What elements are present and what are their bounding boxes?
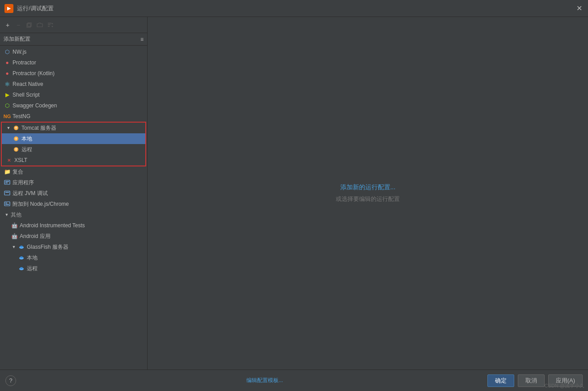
glassfish-server-label: GlassFish 服务器 — [27, 243, 68, 251]
svg-rect-0 — [27, 24, 30, 27]
nwjs-label: NW.js — [13, 49, 26, 55]
list-item-glassfish-server[interactable]: ▼ GlassFish 服务器 — [0, 242, 147, 252]
list-item-glassfish-local[interactable]: 本地 — [0, 252, 147, 263]
glassfish-remote-label: 远程 — [27, 265, 38, 272]
red-border-group: ▼ T Tomcat 服务器 — [1, 122, 146, 166]
app-icon-tree — [4, 179, 11, 186]
list-item-remote-jvm[interactable]: 远程 JVM 调试 — [0, 188, 147, 199]
list-item-other[interactable]: ▼ 其他 — [0, 209, 147, 220]
svg-rect-1 — [28, 23, 31, 26]
android-app-label: Android 应用 — [20, 233, 51, 240]
list-item-protractor-kotlin[interactable]: ● Protractor (Kotlin) — [0, 68, 147, 79]
tomcat-remote-label: 远程 — [21, 146, 32, 153]
svg-text:T: T — [15, 148, 17, 152]
android-app-icon: 🤖 — [11, 233, 18, 240]
svg-rect-14 — [4, 191, 10, 195]
add-config-button[interactable]: + — [3, 20, 13, 30]
svg-rect-15 — [5, 192, 9, 193]
glassfish-icon — [18, 243, 25, 251]
bottom-bar: ? 编辑配置模板... 确定 取消 应用(A) — [0, 370, 588, 391]
tomcat-expand-icon: ▼ — [5, 125, 12, 131]
list-item-android-app[interactable]: 🤖 Android 应用 — [0, 231, 147, 242]
tomcat-server-label: Tomcat 服务器 — [21, 124, 56, 132]
close-button[interactable]: ✕ — [575, 4, 584, 13]
list-item-tomcat-server[interactable]: ▼ T Tomcat 服务器 — [2, 123, 145, 133]
shell-script-icon: ▶ — [4, 91, 11, 98]
shell-script-label: Shell Script — [13, 92, 40, 98]
testng-label: TestNG — [13, 113, 30, 119]
list-item-glassfish-remote[interactable]: 远程 — [0, 263, 147, 274]
svg-rect-16 — [4, 202, 10, 206]
list-item-shell-script[interactable]: ▶ Shell Script — [0, 89, 147, 100]
other-label: 其他 — [11, 211, 21, 219]
list-item-android-instrumented[interactable]: 🤖 Android Instrumented Tests — [0, 220, 147, 231]
glassfish-remote-icon — [18, 265, 25, 272]
list-item-swagger[interactable]: ⬡ Swagger Codegen — [0, 100, 147, 111]
android-instrumented-label: Android Instrumented Tests — [20, 222, 85, 229]
list-item-react-native[interactable]: ⚛ React Native — [0, 79, 147, 89]
config-header-label: 添加新配置 — [4, 35, 30, 43]
svg-rect-3 — [48, 24, 51, 25]
sort-button[interactable] — [46, 20, 55, 30]
svg-rect-18 — [5, 204, 9, 205]
xslt-icon: ✕ — [5, 157, 13, 164]
svg-rect-13 — [5, 183, 8, 183]
dialog-title: 运行/调试配置 — [17, 4, 575, 13]
remote-jvm-label: 远程 JVM 调试 — [13, 190, 48, 197]
tomcat-remote-icon: T — [13, 146, 20, 153]
run-debug-dialog: ▶ 运行/调试配置 ✕ + − — [0, 0, 588, 391]
xslt-label: XSLT — [14, 157, 27, 163]
remove-config-button[interactable]: − — [13, 20, 23, 30]
other-expand-icon: ▼ — [4, 212, 10, 218]
nwjs-icon: ⬡ — [4, 48, 11, 55]
tomcat-icon: T — [13, 124, 20, 132]
title-bar: ▶ 运行/调试配置 ✕ — [0, 0, 588, 17]
main-content: + − — [0, 17, 588, 370]
svg-point-24 — [20, 267, 23, 269]
svg-rect-17 — [5, 203, 7, 204]
confirm-button[interactable]: 确定 — [487, 374, 514, 387]
tree-list: ⬡ NW.js ● Protractor ● Protractor (Kotli… — [0, 46, 147, 370]
add-config-link[interactable]: 添加新的运行配置... — [340, 183, 396, 191]
svg-point-20 — [20, 246, 23, 247]
list-item-tomcat-remote[interactable]: T 远程 — [2, 144, 145, 155]
help-button[interactable]: ? — [5, 375, 16, 386]
svg-rect-12 — [5, 181, 9, 182]
glassfish-expand-icon: ▼ — [11, 244, 17, 250]
attach-node-label: 附加到 Node.js/Chrome — [13, 200, 69, 208]
svg-rect-4 — [48, 26, 50, 27]
list-item-attach-node[interactable]: 附加到 Node.js/Chrome — [0, 199, 147, 209]
left-panel: + − — [0, 17, 148, 370]
list-item-protractor[interactable]: ● Protractor — [0, 57, 147, 68]
config-panel-header: 添加新配置 ≡ — [0, 33, 147, 46]
protractor-label: Protractor — [13, 60, 36, 66]
react-native-label: React Native — [13, 81, 43, 87]
list-item-testng[interactable]: NG TestNG — [0, 111, 147, 122]
config-header-collapse-icon[interactable]: ≡ — [140, 36, 144, 42]
android-instrumented-icon: 🤖 — [11, 222, 18, 229]
or-text: 或选择要编辑的运行配置 — [336, 195, 400, 203]
copy-config-button[interactable] — [24, 20, 34, 30]
cancel-button[interactable]: 取消 — [518, 374, 545, 387]
bottom-left: ? — [5, 375, 246, 386]
svg-point-22 — [20, 256, 23, 258]
react-native-icon: ⚛ — [4, 81, 11, 88]
app-label: 应用程序 — [13, 179, 34, 187]
list-item-nwjs[interactable]: ⬡ NW.js — [0, 47, 147, 57]
svg-text:T: T — [15, 137, 17, 141]
move-to-folder-button[interactable] — [35, 20, 45, 30]
watermark: CSDN @浅学小久 — [545, 382, 584, 389]
list-item-composite[interactable]: 📁 复合 — [0, 166, 147, 177]
tomcat-local-label: 本地 — [21, 135, 32, 143]
glassfish-local-icon — [18, 254, 25, 261]
protractor-kotlin-icon: ● — [4, 70, 11, 77]
svg-rect-11 — [4, 180, 10, 184]
list-item-xslt[interactable]: ✕ XSLT — [2, 155, 145, 166]
composite-label: 复合 — [13, 168, 23, 176]
list-item-app[interactable]: 应用程序 — [0, 177, 147, 188]
svg-rect-2 — [48, 23, 51, 24]
remote-jvm-icon — [4, 190, 11, 197]
edit-templates-link[interactable]: 编辑配置模板... — [246, 377, 283, 384]
swagger-icon: ⬡ — [4, 102, 11, 109]
list-item-tomcat-local[interactable]: T 本地 — [2, 133, 145, 144]
